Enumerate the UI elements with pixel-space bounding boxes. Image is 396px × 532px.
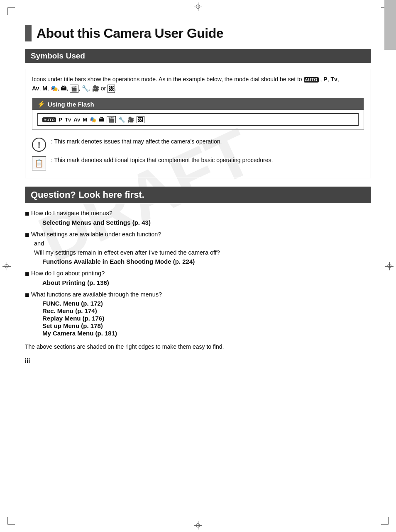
reg-mark-right	[385, 262, 394, 270]
faq-question-text-4: What functions are available through the…	[31, 291, 162, 298]
faq-question-1: ■ How do I navigate the menus?	[25, 210, 371, 218]
faq-sub-2: and Will my settings remain in effect ev…	[25, 239, 371, 257]
tv-mode: Tv	[65, 117, 71, 123]
faq-answer-4b: Rec. Menu (p. 174)	[42, 307, 371, 314]
faq-item-4: ■ What functions are available through t…	[25, 291, 371, 337]
faq-bullet-4: ■	[25, 291, 29, 299]
m-mode: M	[83, 117, 87, 123]
or-text: or	[101, 85, 108, 92]
faq-bullet-2: ■	[25, 231, 29, 239]
reg-mark-top	[194, 2, 202, 11]
reg-mark-bottom	[194, 521, 202, 530]
scene-mode: 🎬	[107, 116, 116, 123]
faq-question-4: ■ What functions are available through t…	[25, 291, 371, 299]
flash-header-text: Using the Flash	[48, 101, 94, 108]
page-number: iii	[25, 357, 371, 364]
panorama-mode: 🖼	[137, 116, 144, 123]
symbols-header: Symbols Used	[25, 49, 371, 63]
page-title: About this Camera User Guide	[25, 25, 371, 41]
faq-bullet-1: ■	[25, 210, 29, 218]
note-row: 📋 : This mark denotes additional topics …	[32, 156, 364, 170]
notice-section: ! : This mark denotes issues that may af…	[32, 135, 364, 172]
faq-answer-4a: FUNC. Menu (p. 172)	[42, 300, 371, 307]
corner-mark-tl	[7, 7, 15, 15]
intro-text: Icons under title bars show the operatio…	[32, 76, 302, 83]
faq-item-2: ■ What settings are available under each…	[25, 231, 371, 265]
corner-mark-br	[381, 517, 389, 525]
av-mode: Av	[73, 117, 80, 123]
video-mode: 🎥	[127, 117, 134, 123]
title-bar-decoration	[25, 25, 32, 41]
side-tab	[384, 0, 396, 50]
faq-item-3: ■ How do I go about printing? About Prin…	[25, 270, 371, 286]
auto-icon: AUTO	[42, 117, 56, 122]
faq-answer-4c: Replay Menu (p. 176)	[42, 315, 371, 322]
faq-answer-2: Functions Available in Each Shooting Mod…	[25, 258, 371, 265]
symbols-intro: Icons under title bars show the operatio…	[32, 75, 364, 93]
landscape-mode: 🏔	[99, 117, 104, 123]
question-header: Question? Look here first.	[25, 187, 371, 203]
faq-question-text-3: How do I go about printing?	[31, 270, 105, 277]
note-icon: 📋	[32, 156, 46, 170]
symbols-box: Icons under title bars show the operatio…	[25, 69, 371, 178]
page-title-text: About this Camera User Guide	[37, 26, 223, 41]
reg-mark-left	[2, 262, 11, 270]
faq-list: ■ How do I navigate the menus? Selecting…	[25, 210, 371, 337]
faq-answer-4e: My Camera Menu (p. 181)	[42, 330, 371, 337]
auto-badge: AUTO	[304, 77, 319, 83]
faq-question-2: ■ What settings are available under each…	[25, 231, 371, 239]
note-text: : This mark denotes additional topics th…	[51, 156, 273, 165]
faq-item-1: ■ How do I navigate the menus? Selecting…	[25, 210, 371, 226]
caution-text: : This mark denotes issues that may affe…	[51, 137, 222, 146]
faq-bullet-3: ■	[25, 270, 29, 278]
faq-question-text-2: What settings are available under each f…	[31, 231, 161, 238]
faq-question-3: ■ How do I go about printing?	[25, 270, 371, 278]
mode-av: Av, M, 🎭, 🏔, 🎬, 🔧, 🎥 or 🖼.	[32, 85, 117, 92]
p-mode: P	[59, 117, 62, 123]
flash-header: ⚡ Using the Flash	[32, 98, 364, 110]
flash-icons-row: AUTO P Tv Av M 🎭 🏔 🎬 🔧 🎥 🖼	[37, 113, 359, 126]
flash-icon: ⚡	[37, 100, 45, 108]
faq-answer-3: About Printing (p. 136)	[25, 279, 371, 286]
flash-example-box: ⚡ Using the Flash AUTO P Tv Av M 🎭 🏔 🎬 🔧…	[32, 98, 364, 130]
portrait-mode: 🎭	[90, 117, 96, 123]
caution-icon: !	[32, 138, 46, 152]
custom-mode: 🔧	[118, 117, 125, 123]
faq-question-text-1: How do I navigate the menus?	[31, 210, 112, 216]
mode-auto: AUTO	[304, 76, 320, 83]
mode-p: , P, Tv,	[320, 76, 339, 83]
faq-answer-1: Selecting Menus and Settings (p. 43)	[25, 219, 371, 226]
faq-answer-4d: Set up Menu (p. 178)	[42, 322, 371, 329]
corner-mark-bl	[7, 517, 15, 525]
faq-sub-answers-4: FUNC. Menu (p. 172) Rec. Menu (p. 174) R…	[25, 300, 371, 337]
caution-row: ! : This mark denotes issues that may af…	[32, 137, 364, 152]
footer-note: The above sections are shaded on the rig…	[25, 343, 371, 351]
